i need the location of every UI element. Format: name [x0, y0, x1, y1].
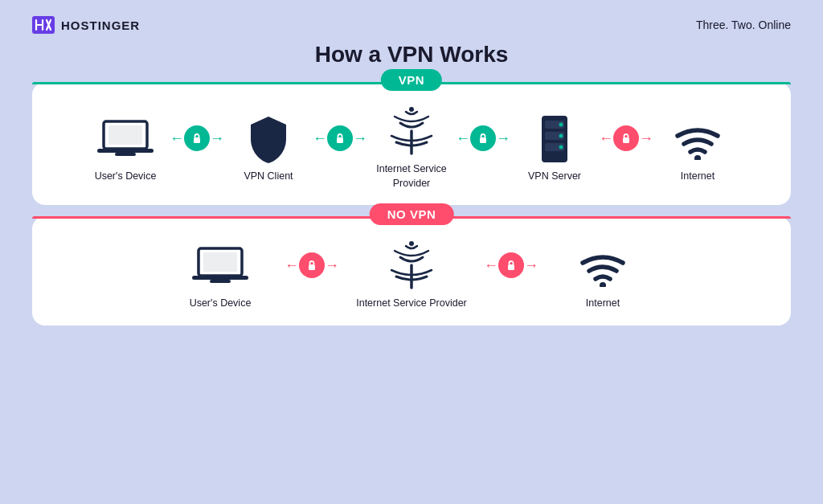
- tagline: Three. Two. Online: [696, 18, 791, 31]
- arrow-left-3: ←: [456, 131, 470, 145]
- arrow-right-3: →: [496, 131, 510, 145]
- novpn-isp: Internet Service Provider: [347, 240, 476, 311]
- connector-2-novpn: ← →: [484, 252, 538, 278]
- vpn-label: VPN: [381, 69, 442, 91]
- connector-3-vpn: ← →: [456, 125, 510, 151]
- main-title: How a VPN Works: [32, 42, 791, 68]
- svg-rect-26: [508, 264, 514, 270]
- novpn-isp-label: Internet Service Provider: [356, 297, 467, 311]
- wifi-icon-novpn: [576, 245, 629, 287]
- svg-rect-4: [115, 153, 136, 156]
- svg-rect-5: [194, 137, 200, 143]
- svg-point-15: [559, 133, 563, 137]
- arrow-right-1: →: [210, 131, 224, 145]
- arrow-right-novpn-2: →: [524, 258, 538, 272]
- svg-point-16: [559, 145, 563, 149]
- header: HOSTINGER Three. Two. Online: [32, 16, 791, 34]
- server-icon: [537, 114, 572, 164]
- svg-point-25: [409, 241, 414, 246]
- connector-1-vpn: ← →: [170, 125, 224, 151]
- svg-rect-2: [109, 125, 142, 145]
- svg-rect-6: [337, 137, 343, 143]
- svg-point-14: [559, 122, 563, 126]
- shield-icon: [248, 115, 289, 163]
- laptop-icon-wrap: [97, 113, 154, 165]
- svg-rect-17: [623, 137, 629, 143]
- laptop-icon-wrap-novpn: [192, 240, 248, 292]
- svg-rect-9: [480, 137, 486, 143]
- svg-rect-23: [309, 264, 315, 270]
- vpn-users-device-label: User's Device: [95, 170, 157, 184]
- antenna-icon-novpn: [388, 241, 435, 291]
- novpn-label: NO VPN: [370, 203, 454, 225]
- vpn-isp: Internet Service Provider: [367, 106, 456, 191]
- lock-icon-1: [190, 132, 203, 145]
- vpn-client-label: VPN Client: [244, 170, 293, 184]
- lock-circle-novpn-2: [498, 252, 524, 278]
- lock-icon-3: [477, 132, 489, 145]
- vpn-server-label: VPN Server: [528, 170, 581, 184]
- svg-point-27: [600, 282, 606, 287]
- vpn-internet: Internet: [653, 113, 742, 184]
- novpn-internet-label: Internet: [586, 297, 620, 311]
- wifi-icon-wrap-novpn: [576, 240, 629, 292]
- arrow-right-4: →: [639, 131, 653, 145]
- lock-circle-4: [613, 125, 639, 151]
- lock-circle-2: [327, 125, 353, 151]
- logo-text: HOSTINGER: [61, 18, 140, 32]
- svg-rect-22: [210, 280, 231, 283]
- svg-rect-20: [203, 252, 237, 272]
- connector-1-novpn: ← →: [285, 252, 339, 278]
- novpn-internet: Internet: [547, 240, 659, 311]
- shield-icon-wrap: [248, 113, 289, 165]
- vpn-internet-label: Internet: [681, 170, 714, 184]
- arrow-right-2: →: [353, 131, 367, 145]
- antenna-icon-wrap: [388, 106, 435, 158]
- vpn-section: VPN User's Device ←: [32, 82, 791, 205]
- antenna-icon: [388, 107, 435, 157]
- arrow-left-2: ←: [313, 131, 327, 145]
- connector-4-vpn: ← →: [599, 125, 653, 151]
- vpn-users-device: User's Device: [81, 113, 170, 184]
- svg-rect-21: [192, 276, 248, 280]
- arrow-left-1: ←: [170, 131, 184, 145]
- lock-circle-1: [184, 125, 210, 151]
- arrow-left-4: ←: [599, 131, 613, 145]
- vpn-client: VPN Client: [224, 113, 313, 184]
- laptop-icon: [97, 118, 154, 160]
- wifi-icon-vpn: [671, 118, 724, 160]
- svg-rect-3: [97, 149, 154, 153]
- svg-point-18: [694, 155, 701, 160]
- novpn-section: NO VPN User's Device ←: [32, 216, 791, 326]
- laptop-icon-novpn: [192, 245, 248, 287]
- hostinger-logo-icon: [32, 16, 55, 34]
- novpn-diagram-row: User's Device ← →: [56, 229, 767, 311]
- novpn-users-device: User's Device: [164, 240, 276, 311]
- lock-circle-3: [470, 125, 496, 151]
- lock-icon-novpn-2: [505, 259, 518, 272]
- wifi-icon-wrap-vpn: [671, 113, 724, 165]
- vpn-diagram-row: User's Device ← →: [56, 95, 767, 191]
- server-icon-wrap: [537, 113, 572, 165]
- novpn-users-device-label: User's Device: [190, 297, 252, 311]
- connector-2-vpn: ← →: [313, 125, 367, 151]
- lock-circle-novpn-1: [299, 252, 325, 278]
- vpn-isp-label: Internet Service Provider: [367, 162, 456, 191]
- lock-icon-4: [620, 132, 633, 145]
- lock-icon-novpn-1: [305, 259, 318, 272]
- logo: HOSTINGER: [32, 16, 140, 34]
- antenna-icon-wrap-novpn: [388, 240, 435, 292]
- arrow-left-novpn-2: ←: [484, 258, 498, 272]
- svg-point-8: [409, 107, 414, 112]
- arrow-right-novpn-1: →: [325, 258, 339, 272]
- vpn-server: VPN Server: [510, 113, 599, 184]
- lock-icon-2: [334, 132, 346, 145]
- arrow-left-novpn-1: ←: [285, 258, 299, 272]
- page: HOSTINGER Three. Two. Online How a VPN W…: [0, 0, 823, 504]
